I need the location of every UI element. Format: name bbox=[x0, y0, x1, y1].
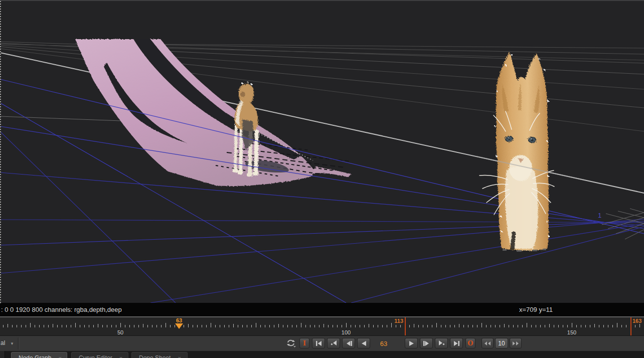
ruler-tick bbox=[265, 325, 265, 327]
next-keyframe-button[interactable] bbox=[435, 338, 448, 348]
ruler-tick bbox=[382, 325, 383, 327]
fps-field[interactable]: 10 bbox=[495, 338, 508, 348]
ruler-tick bbox=[360, 325, 360, 327]
ruler-tick bbox=[576, 325, 577, 327]
toolbar-divider bbox=[18, 337, 19, 349]
big-cat[interactable] bbox=[494, 52, 550, 251]
frame-range-dropdown[interactable]: al ▾ bbox=[1, 339, 13, 346]
playhead-marker[interactable] bbox=[175, 323, 183, 329]
ruler-tick bbox=[450, 325, 450, 327]
ruler-tick bbox=[567, 325, 568, 327]
panel-edge-dotted-divider[interactable] bbox=[0, 1, 1, 304]
ruler-tick bbox=[314, 325, 315, 327]
ruler-tick bbox=[184, 325, 184, 327]
goto-start-button[interactable] bbox=[312, 338, 325, 348]
goto-end-button[interactable] bbox=[450, 338, 463, 348]
ruler-tick bbox=[152, 325, 152, 327]
play-forward-button[interactable] bbox=[405, 338, 418, 348]
ruler-tick bbox=[486, 325, 487, 327]
set-in-point-button[interactable]: I bbox=[299, 338, 309, 348]
ruler-tick bbox=[558, 325, 559, 327]
ruler-tick bbox=[599, 325, 599, 327]
ruler-tick bbox=[427, 325, 428, 327]
ruler-tick bbox=[590, 325, 590, 327]
ruler-tick bbox=[495, 325, 496, 327]
ruler-tick bbox=[346, 323, 347, 327]
ruler-tick bbox=[536, 325, 536, 327]
ruler-tick bbox=[125, 325, 125, 327]
ruler-tick bbox=[251, 325, 252, 327]
close-icon[interactable]: × bbox=[119, 355, 122, 358]
play-backward-button[interactable] bbox=[357, 338, 370, 348]
ruler-tick bbox=[509, 325, 509, 327]
previous-keyframe-button[interactable] bbox=[327, 338, 340, 348]
double-right-arrow-icon bbox=[512, 341, 519, 345]
ruler-tick bbox=[35, 325, 35, 327]
ruler-tick bbox=[75, 323, 76, 327]
playback-range-in-marker[interactable] bbox=[405, 317, 406, 335]
set-out-point-button[interactable]: O bbox=[465, 338, 475, 348]
tabbar-edge-spacer bbox=[0, 351, 5, 358]
ruler-tick bbox=[256, 323, 256, 327]
step-forward-icon bbox=[423, 341, 430, 346]
ruler-tick bbox=[396, 325, 396, 327]
ruler-tick bbox=[617, 323, 617, 327]
tab-curve-editor[interactable]: Curve Editor× bbox=[71, 352, 128, 358]
nuke-viewer-panel: 1 bbox=[0, 0, 644, 358]
ruler-tick bbox=[472, 325, 473, 327]
ruler-tick bbox=[3, 325, 4, 327]
tab-node-graph[interactable]: Node Graph× bbox=[11, 352, 67, 358]
ruler-tick bbox=[333, 325, 333, 327]
ruler-tick bbox=[594, 324, 595, 327]
tab-dope-sheet[interactable]: Dope Sheet× bbox=[131, 352, 188, 358]
ruler-tick bbox=[441, 325, 441, 327]
close-icon[interactable]: × bbox=[58, 355, 61, 358]
step-forward-one-frame-button[interactable] bbox=[420, 338, 433, 348]
playback-loop-mode-button[interactable] bbox=[284, 338, 298, 348]
ruler-tick bbox=[305, 325, 306, 327]
ruler-tick bbox=[319, 325, 319, 327]
playback-range-out-marker[interactable] bbox=[630, 317, 631, 335]
chevron-down-icon: ▾ bbox=[11, 341, 14, 346]
ruler-tick bbox=[522, 325, 523, 327]
ruler-tick bbox=[215, 325, 216, 327]
close-icon[interactable]: × bbox=[178, 355, 181, 358]
range_in-label: 113 bbox=[394, 318, 403, 324]
ruler-tick bbox=[98, 324, 98, 327]
prev-keyframe-icon bbox=[331, 340, 337, 346]
bottom-panel-tabbar: Node Graph× Curve Editor× Dope Sheet× bbox=[0, 351, 644, 358]
ruler-tick bbox=[500, 325, 500, 327]
transport-controls-bar: al ▾ I bbox=[0, 335, 644, 351]
current-frame-display[interactable]: 63 bbox=[374, 340, 394, 347]
viewport-3d[interactable]: 1 bbox=[0, 0, 644, 303]
range_out-label: 163 bbox=[632, 318, 641, 324]
tab-label: Dope Sheet bbox=[139, 354, 171, 358]
ruler-tick bbox=[400, 325, 401, 327]
play-forward-icon bbox=[409, 341, 414, 346]
ruler-tick bbox=[44, 325, 44, 327]
ruler-tick bbox=[554, 325, 554, 327]
ruler-tick bbox=[296, 325, 297, 327]
ruler-tick bbox=[57, 325, 58, 327]
ruler-tick bbox=[84, 325, 85, 327]
next-keyframe-icon bbox=[438, 340, 445, 346]
ruler-tick bbox=[432, 325, 432, 327]
ruler-tick bbox=[21, 325, 22, 327]
ruler-tick bbox=[581, 325, 581, 327]
ruler-tick bbox=[608, 325, 608, 327]
ruler-tick bbox=[48, 325, 49, 327]
ruler-tick bbox=[459, 324, 459, 327]
ruler-tick bbox=[238, 325, 238, 327]
ruler-tick bbox=[621, 325, 622, 327]
fps-increment-button[interactable] bbox=[510, 338, 522, 348]
timeline-frame-ruler[interactable]: 5010015011316363 bbox=[0, 316, 644, 335]
ruler-tick bbox=[491, 325, 491, 327]
fps-decrement-button[interactable] bbox=[481, 338, 494, 348]
ruler-tick bbox=[639, 324, 640, 327]
ruler-tick bbox=[17, 325, 17, 327]
ruler-tick bbox=[391, 323, 392, 327]
ruler-tick bbox=[549, 324, 550, 327]
ruler-tick bbox=[8, 324, 8, 327]
ruler-tick bbox=[531, 325, 532, 327]
step-back-one-frame-button[interactable] bbox=[342, 338, 355, 348]
